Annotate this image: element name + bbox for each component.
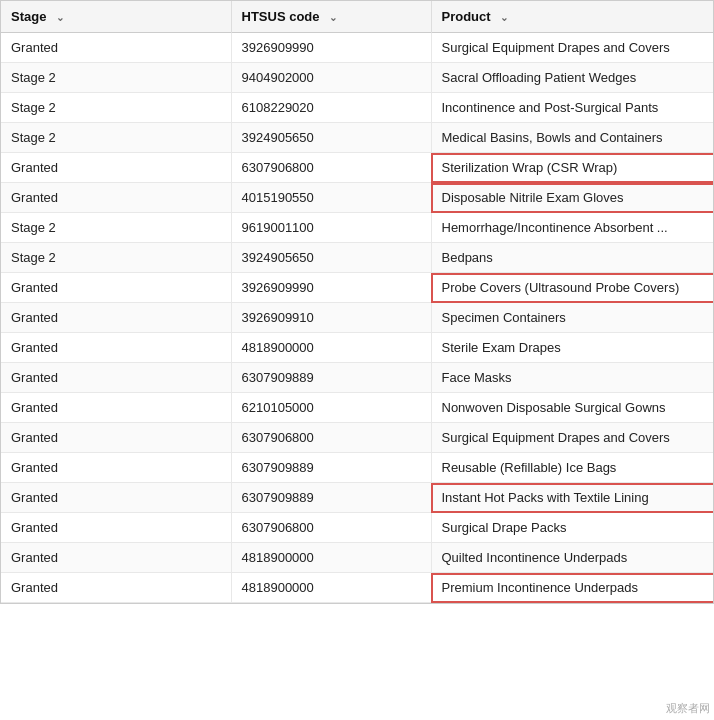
cell-htsus: 4818900000 — [231, 573, 431, 603]
cell-htsus: 6307906800 — [231, 153, 431, 183]
table-row: Granted6307906800Surgical Equipment Drap… — [1, 423, 714, 453]
table-row: Granted6307906800Sterilization Wrap (CSR… — [1, 153, 714, 183]
cell-stage: Granted — [1, 483, 231, 513]
cell-htsus: 3924905650 — [231, 123, 431, 153]
cell-htsus: 6307906800 — [231, 423, 431, 453]
cell-htsus: 3926909990 — [231, 33, 431, 63]
cell-product: Medical Basins, Bowls and Containers — [431, 123, 714, 153]
cell-product: Quilted Incontinence Underpads — [431, 543, 714, 573]
cell-htsus: 3924905650 — [231, 243, 431, 273]
table-row: Granted6307906800Surgical Drape Packs — [1, 513, 714, 543]
sort-icon-htsus: ⌄ — [329, 12, 337, 23]
cell-htsus: 6307906800 — [231, 513, 431, 543]
table-row: Granted4818900000Premium Incontinence Un… — [1, 573, 714, 603]
cell-product: Reusable (Refillable) Ice Bags — [431, 453, 714, 483]
cell-stage: Stage 2 — [1, 243, 231, 273]
cell-htsus: 9619001100 — [231, 213, 431, 243]
cell-product: Nonwoven Disposable Surgical Gowns — [431, 393, 714, 423]
column-label-product: Product — [442, 9, 491, 24]
cell-stage: Granted — [1, 33, 231, 63]
cell-product: Specimen Containers — [431, 303, 714, 333]
cell-stage: Granted — [1, 573, 231, 603]
table-row: Stage 23924905650Medical Basins, Bowls a… — [1, 123, 714, 153]
cell-htsus: 6307909889 — [231, 483, 431, 513]
cell-stage: Granted — [1, 363, 231, 393]
cell-stage: Granted — [1, 153, 231, 183]
cell-product: Bedpans — [431, 243, 714, 273]
data-table: Stage ⌄ HTSUS code ⌄ Product ⌄ Granted39… — [1, 1, 714, 603]
cell-stage: Granted — [1, 393, 231, 423]
cell-stage: Granted — [1, 183, 231, 213]
sort-icon-stage: ⌄ — [56, 12, 64, 23]
table-row: Granted4015190550Disposable Nitrile Exam… — [1, 183, 714, 213]
cell-product: Disposable Nitrile Exam Gloves — [431, 183, 714, 213]
cell-stage: Stage 2 — [1, 213, 231, 243]
cell-product: Sterile Exam Drapes — [431, 333, 714, 363]
cell-product: Incontinence and Post-Surgical Pants — [431, 93, 714, 123]
cell-product: Surgical Equipment Drapes and Covers — [431, 33, 714, 63]
table-row: Stage 29404902000Sacral Offloading Patie… — [1, 63, 714, 93]
table-row: Stage 23924905650Bedpans — [1, 243, 714, 273]
cell-product: Surgical Drape Packs — [431, 513, 714, 543]
cell-htsus: 6307909889 — [231, 453, 431, 483]
table-row: Granted3926909910Specimen Containers — [1, 303, 714, 333]
cell-product: Probe Covers (Ultrasound Probe Covers) — [431, 273, 714, 303]
cell-htsus: 4818900000 — [231, 333, 431, 363]
cell-htsus: 6307909889 — [231, 363, 431, 393]
cell-product: Face Masks — [431, 363, 714, 393]
cell-htsus: 9404902000 — [231, 63, 431, 93]
cell-stage: Stage 2 — [1, 123, 231, 153]
table-row: Stage 29619001100Hemorrhage/Incontinence… — [1, 213, 714, 243]
cell-stage: Granted — [1, 303, 231, 333]
cell-stage: Granted — [1, 453, 231, 483]
watermark: 观察者网 — [666, 701, 710, 716]
cell-product: Premium Incontinence Underpads — [431, 573, 714, 603]
cell-product: Sterilization Wrap (CSR Wrap) — [431, 153, 714, 183]
column-label-htsus: HTSUS code — [242, 9, 320, 24]
cell-product: Sacral Offloading Patient Wedges — [431, 63, 714, 93]
table-body: Granted3926909990Surgical Equipment Drap… — [1, 33, 714, 603]
table-row: Granted3926909990Probe Covers (Ultrasoun… — [1, 273, 714, 303]
table-row: Granted6307909889Reusable (Refillable) I… — [1, 453, 714, 483]
table-row: Granted6307909889Instant Hot Packs with … — [1, 483, 714, 513]
column-label-stage: Stage — [11, 9, 46, 24]
cell-htsus: 4818900000 — [231, 543, 431, 573]
table-row: Granted3926909990Surgical Equipment Drap… — [1, 33, 714, 63]
cell-product: Surgical Equipment Drapes and Covers — [431, 423, 714, 453]
cell-stage: Granted — [1, 273, 231, 303]
column-header-stage[interactable]: Stage ⌄ — [1, 1, 231, 33]
cell-stage: Granted — [1, 513, 231, 543]
cell-product: Instant Hot Packs with Textile Lining — [431, 483, 714, 513]
main-table-container: Stage ⌄ HTSUS code ⌄ Product ⌄ Granted39… — [0, 0, 714, 604]
cell-htsus: 6108229020 — [231, 93, 431, 123]
table-header-row: Stage ⌄ HTSUS code ⌄ Product ⌄ — [1, 1, 714, 33]
table-row: Granted4818900000Quilted Incontinence Un… — [1, 543, 714, 573]
cell-htsus: 6210105000 — [231, 393, 431, 423]
table-row: Granted6210105000Nonwoven Disposable Sur… — [1, 393, 714, 423]
cell-stage: Stage 2 — [1, 93, 231, 123]
cell-stage: Granted — [1, 423, 231, 453]
cell-stage: Stage 2 — [1, 63, 231, 93]
cell-htsus: 4015190550 — [231, 183, 431, 213]
table-row: Granted6307909889Face Masks — [1, 363, 714, 393]
cell-htsus: 3926909910 — [231, 303, 431, 333]
cell-stage: Granted — [1, 333, 231, 363]
table-row: Stage 26108229020Incontinence and Post-S… — [1, 93, 714, 123]
table-row: Granted4818900000Sterile Exam Drapes — [1, 333, 714, 363]
column-header-htsus[interactable]: HTSUS code ⌄ — [231, 1, 431, 33]
sort-icon-product: ⌄ — [500, 12, 508, 23]
cell-htsus: 3926909990 — [231, 273, 431, 303]
cell-product: Hemorrhage/Incontinence Absorbent ... — [431, 213, 714, 243]
cell-stage: Granted — [1, 543, 231, 573]
column-header-product[interactable]: Product ⌄ — [431, 1, 714, 33]
